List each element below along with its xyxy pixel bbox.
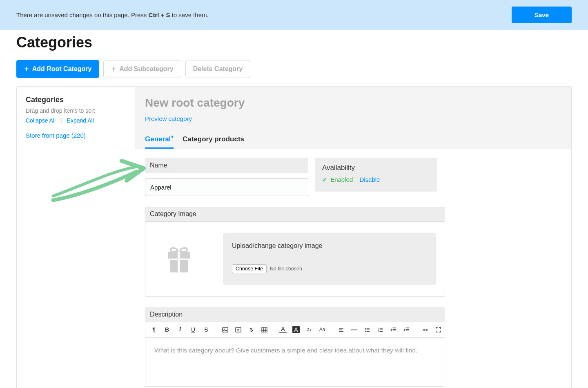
main-panel: Categories Drag and drop items to sort C… [16,86,572,388]
file-status: No file chosen [270,266,302,272]
description-label: Description [145,307,445,322]
availability-status: ✓ Enabled Disable [322,176,430,183]
outdent-icon[interactable] [390,326,397,333]
delete-label: Delete Category [193,65,243,73]
category-action-bar: + Add Root Category + Add Subcategory De… [16,60,572,78]
align-icon[interactable] [337,326,345,333]
ordered-list-icon[interactable]: 123 [376,326,384,333]
text-case-icon[interactable]: Aa [318,326,326,333]
svg-point-16 [365,329,365,330]
disable-link[interactable]: Disable [359,176,380,183]
bold-icon[interactable]: B [163,326,171,333]
store-front-page-link[interactable]: Store front page (220) [26,132,126,139]
font-size-icon[interactable]: a↕ [305,326,313,333]
preview-category-link[interactable]: Preview category [145,115,192,122]
check-icon: ✓ [322,176,327,183]
paragraph-icon[interactable]: ¶ [150,326,158,333]
name-label: Name [145,158,308,173]
description-placeholder: What is this category about? Give custom… [154,347,436,354]
enabled-status: Enabled [330,176,353,183]
description-section: Description ¶ B I U S A A a↕ Aa [145,307,445,387]
categories-sidebar: Categories Drag and drop items to sort C… [17,87,135,388]
tabs: General• Category products [135,131,571,149]
add-subcategory-button[interactable]: + Add Subcategory [103,60,181,78]
svg-rect-3 [178,260,180,272]
add-root-label: Add Root Category [32,65,92,73]
editor-toolbar: ¶ B I U S A A a↕ Aa — [145,322,445,338]
svg-point-5 [223,328,224,329]
form-area: Name Availability ✓ Enabled Disable [135,149,571,388]
save-button[interactable]: Save [512,7,572,23]
add-root-category-button[interactable]: + Add Root Category [16,60,99,78]
unordered-list-icon[interactable] [363,326,371,333]
name-column: Name [145,158,308,196]
svg-rect-7 [261,327,267,332]
link-icon[interactable] [247,326,255,333]
availability-column: Availability ✓ Enabled Disable [315,158,437,192]
svg-point-17 [365,331,365,332]
banner-shortcut: Ctrl + S [149,11,170,18]
content-title: New root category [145,96,561,109]
svg-rect-4 [222,327,227,332]
gift-icon [154,243,203,275]
strikethrough-icon[interactable]: S [203,326,210,333]
upload-panel: Upload/change category image Choose File… [223,233,436,285]
underline-icon[interactable]: U [189,326,197,333]
category-name-input[interactable] [145,178,308,196]
sidebar-hint: Drag and drop items to sort [26,107,126,114]
svg-point-15 [365,328,365,328]
horizontal-rule-icon[interactable]: — [350,326,358,333]
availability-box: Availability ✓ Enabled Disable [315,158,437,192]
video-icon[interactable] [234,326,242,333]
text-color-icon[interactable]: A [279,326,287,333]
sidebar-title: Categories [26,96,126,104]
banner-text-before: There are unsaved changes on this page. … [16,11,149,18]
category-image-label: Category Image [145,207,445,221]
category-image-section: Category Image [145,207,445,297]
description-editor[interactable]: What is this category about? Give custom… [145,338,445,387]
delete-category-button[interactable]: Delete Category [185,60,251,78]
tab-general[interactable]: General• [145,131,174,149]
name-availability-row: Name Availability ✓ Enabled Disable [145,158,561,196]
add-sub-label: Add Subcategory [119,65,173,73]
separator: | [60,117,62,124]
choose-file-button[interactable]: Choose File [232,264,267,273]
background-color-icon[interactable]: A [292,326,300,333]
image-icon[interactable] [221,326,229,333]
svg-rect-1 [178,252,180,259]
banner-text: There are unsaved changes on this page. … [16,11,209,18]
svg-text:3: 3 [377,330,379,332]
collapse-all-link[interactable]: Collapse All [26,117,56,124]
banner-text-after: to save them. [170,11,208,18]
italic-icon[interactable]: I [176,326,184,333]
fullscreen-icon[interactable] [434,326,442,333]
table-icon[interactable] [261,326,268,333]
image-upload-box: Upload/change category image Choose File… [145,221,445,297]
plus-icon: + [24,65,29,73]
upload-title: Upload/change category image [232,242,427,250]
tab-general-label: General [145,135,171,143]
expand-all-link[interactable]: Expand All [67,117,94,124]
file-chooser-row: Choose File No file chosen [232,264,427,273]
page-title: Categories [16,34,572,51]
plus-icon: + [111,65,116,73]
sidebar-links: Collapse All | Expand All [26,117,126,124]
tab-modified-indicator: • [171,133,174,140]
code-icon[interactable]: <> [421,326,429,333]
content-header: New root category Preview category [135,87,571,131]
unsaved-changes-banner: There are unsaved changes on this page. … [0,0,588,30]
indent-icon[interactable] [403,326,410,333]
tab-category-products[interactable]: Category products [183,131,244,149]
category-editor: New root category Preview category Gener… [135,87,571,388]
availability-label: Availability [322,164,430,172]
